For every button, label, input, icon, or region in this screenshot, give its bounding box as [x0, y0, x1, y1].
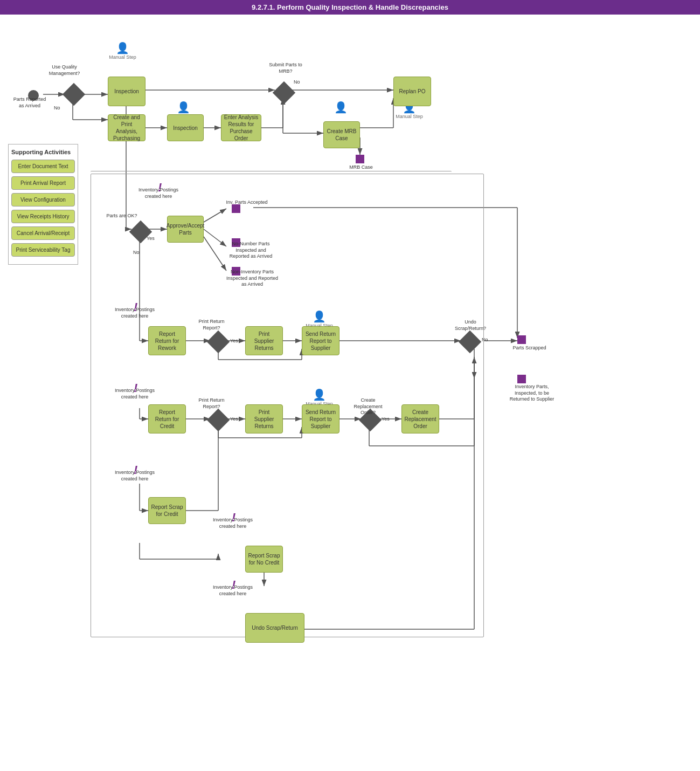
report-return-rework-box[interactable]: Report Return for Rework: [148, 326, 186, 355]
print-return-label-rework: Print Return Report?: [194, 319, 229, 331]
undo-scrap-label: Undo Scrap/Return?: [452, 319, 489, 332]
yes-label-replace: Yes: [382, 416, 390, 423]
view-config-btn[interactable]: View Configuration: [11, 193, 75, 206]
person-icon-send-2: 👤: [302, 388, 337, 401]
supporting-title: Supporting Activities: [11, 149, 75, 155]
inv-posting-credit-label: Inventory Postings created here: [113, 388, 156, 400]
supporting-activities-panel: Supporting Activities Enter Document Tex…: [8, 144, 78, 265]
parts-ok-label: Parts are OK?: [106, 213, 138, 219]
manual-step-send-2: 👤 Manual Step: [302, 388, 337, 407]
mrb-case-label: MRB Case: [348, 164, 375, 171]
inv-parts-return-data: [517, 375, 526, 383]
enter-document-btn[interactable]: Enter Document Text: [11, 160, 75, 173]
print-serviceability-btn[interactable]: Print Serviceability Tag: [11, 243, 75, 257]
manual-step-2: 👤: [323, 101, 358, 114]
approve-accept-box[interactable]: Approve/Accept Parts: [167, 216, 204, 243]
print-supplier-returns-2-box[interactable]: Print Supplier Returns: [245, 404, 283, 433]
yes-label-ok: Yes: [147, 236, 155, 242]
no-label-parts-ok: No: [133, 250, 140, 256]
undo-scrap-return-box[interactable]: Undo Scrap/Return: [245, 613, 304, 643]
no-label-undo: No: [482, 337, 488, 343]
page-wrapper: 9.2.7.1. Perform Quality Inspection & Ha…: [0, 0, 700, 771]
view-receipts-btn[interactable]: View Receipts History: [11, 210, 75, 223]
person-icon-send-1: 👤: [302, 310, 337, 323]
no-label-mrb: No: [294, 79, 300, 86]
inspection-mid-box[interactable]: Inspection: [167, 114, 204, 141]
print-supplier-returns-1-box[interactable]: Print Supplier Returns: [245, 326, 283, 355]
person-icon-1: 👤: [105, 42, 140, 54]
parts-scrapped-label: Parts Scrapped: [512, 345, 547, 352]
yes-label-rework: Yes: [230, 338, 238, 345]
manual-step-3: 👤: [166, 101, 201, 114]
diagram-area: Parts Reported as Arrived Use Quality Ma…: [0, 15, 700, 769]
parts-scrapped-data: [517, 335, 526, 344]
parts-reported-label: Parts Reported as Arrived: [11, 97, 48, 109]
cancel-arrival-btn[interactable]: Cancel Arrival/Receipt: [11, 226, 75, 240]
use-quality-diamond: [63, 83, 85, 106]
person-icon-2: 👤: [323, 101, 358, 114]
create-replacement-label: Create Replacement Order?: [349, 397, 387, 416]
send-return-supplier-2-box[interactable]: Send Return Report to Supplier: [302, 404, 339, 433]
inv-posting-scrap-no-credit-label: Inventory Postings created here: [211, 517, 254, 529]
inv-parts-return-label: Inventory Parts, Inspected, to be Return…: [508, 384, 556, 403]
no-number-label: No-Number Parts Inspected and Reported a…: [225, 241, 276, 260]
person-icon-3: 👤: [166, 101, 201, 114]
create-print-box[interactable]: Create and Print Analysis, Purchasing: [108, 114, 145, 141]
report-return-credit-box[interactable]: Report Return for Credit: [148, 404, 186, 433]
enter-analysis-box[interactable]: Enter Analysis Results for Purchase Orde…: [221, 114, 261, 141]
create-replacement-order-box[interactable]: Create Replacement Order: [401, 404, 439, 433]
replan-po-box[interactable]: Replan PO: [393, 77, 431, 106]
title-bar: 9.2.7.1. Perform Quality Inspection & Ha…: [0, 0, 700, 15]
non-inv-label: Non-Inventory Parts Inspected and Report…: [225, 269, 279, 288]
create-mrb-box[interactable]: Create MRB Case: [323, 121, 360, 148]
inv-posting-scrap-credit-label: Inventory Postings created here: [113, 470, 156, 482]
page-title: 9.2.7.1. Perform Quality Inspection & Ha…: [252, 3, 448, 11]
use-quality-label: Use Quality Management?: [44, 64, 85, 77]
yes-label-credit: Yes: [230, 416, 238, 423]
report-scrap-no-credit-box[interactable]: Report Scrap for No Credit: [245, 546, 283, 573]
inspection-top-box[interactable]: Inspection: [108, 77, 145, 106]
inv-posting-rework-label: Inventory Postings created here: [113, 307, 156, 319]
submit-mrb-diamond: [273, 81, 295, 104]
submit-mrb-label: Submit Parts to MRB?: [264, 62, 307, 74]
inv-parts-accepted-label: Inv. Parts Accepted: [225, 199, 268, 206]
mrb-case-data: [356, 155, 364, 163]
send-return-supplier-1-box[interactable]: Send Return Report to Supplier: [302, 326, 339, 355]
manual-step-1: 👤 Manual Step: [105, 42, 140, 60]
no-label-quality: No: [54, 105, 60, 112]
report-scrap-credit-box[interactable]: Report Scrap for Credit: [148, 497, 186, 524]
print-return-label-credit: Print Return Report?: [194, 397, 229, 410]
print-arrival-btn[interactable]: Print Arrival Report: [11, 176, 75, 190]
inv-posting-undo-label: Inventory Postings created here: [211, 584, 254, 597]
inv-posting-1-label: Inventory Postings created here: [137, 187, 180, 199]
manual-step-send-1: 👤 Manual Step: [302, 310, 337, 328]
